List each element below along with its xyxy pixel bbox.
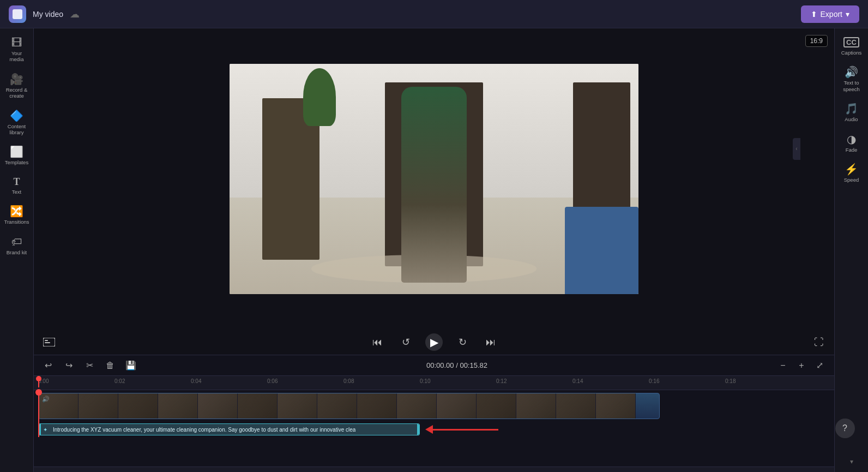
video-thumb-3 (118, 393, 158, 419)
zoom-out-button[interactable]: − (775, 358, 791, 373)
video-thumb-6 (238, 393, 278, 419)
video-thumb-4 (158, 393, 198, 419)
video-thumb-5 (198, 393, 238, 419)
sidebar-item-record-create[interactable]: 🎥 Record & create (2, 69, 32, 104)
zoom-controls: − + ⤢ (775, 358, 828, 373)
right-sidebar-item-text-to-speech[interactable]: 🔊 Text to speech (837, 62, 866, 97)
timeline-area: ↩ ↪ ✂ 🗑 💾 00:00.00 / 00:15.82 − + ⤢ (34, 355, 834, 472)
timeline-ruler: 0:00 0:02 0:04 0:06 0:08 0:10 0:12 0:14 … (34, 376, 834, 390)
player-controls: ⏮ ↺ ▶ ↻ ⏭ ⛶ (34, 330, 834, 355)
sidebar-item-your-media[interactable]: 🎞 Your media (2, 33, 32, 67)
right-sidebar-item-speed[interactable]: ⚡ Speed (837, 159, 866, 187)
captions-icon: CC (843, 37, 859, 47)
fade-icon: ◑ (847, 134, 856, 145)
video-thumbnails (39, 393, 636, 419)
timeline-scrollbar[interactable] (34, 467, 834, 472)
caption-ai-icon: ✦ (43, 427, 47, 433)
playhead (38, 392, 39, 437)
delete-button[interactable]: 🗑 (103, 358, 118, 373)
right-sidebar-item-captions[interactable]: CC Captions (837, 33, 866, 60)
caption-track-row: ✦ Introducing the XYZ vacuum cleaner, yo… (34, 422, 834, 437)
caption-track-right-handle[interactable] (417, 424, 419, 435)
video-thumb-7 (278, 393, 317, 419)
project-name[interactable]: My video (33, 10, 63, 19)
video-thumb-15 (596, 393, 636, 419)
video-thumb-9 (357, 393, 397, 419)
topbar: My video ☁ ⬆ Export ▾ (0, 0, 868, 28)
skip-back-button[interactable]: ⏮ (369, 333, 386, 351)
rewind-button[interactable]: ↺ (397, 333, 414, 351)
timeline-time-display: 00:00.00 / 00:15.82 (426, 361, 487, 369)
main-layout: 🎞 Your media 🎥 Record & create 🔷 Content… (0, 28, 868, 472)
topbar-right: ⬆ Export ▾ (801, 5, 859, 23)
tracks-wrapper: 🔊 (34, 392, 834, 437)
right-panel-expand-chevron[interactable]: ▾ (848, 456, 855, 468)
right-sidebar-item-audio[interactable]: 🎵 Audio (837, 99, 866, 127)
svg-rect-1 (45, 340, 48, 341)
video-thumb-13 (516, 393, 556, 419)
help-button[interactable]: ? (835, 419, 855, 438)
video-thumb-8 (317, 393, 357, 419)
cloud-icon[interactable]: ☁ (70, 8, 80, 20)
right-sidebar-item-fade[interactable]: ◑ Fade (837, 129, 866, 157)
content-library-icon: 🔷 (10, 110, 23, 121)
timeline-content: 0:00 0:02 0:04 0:06 0:08 0:10 0:12 0:14 … (34, 376, 834, 467)
templates-icon: ⬜ (10, 146, 23, 157)
sidebar-item-content-library[interactable]: 🔷 Content library (2, 106, 32, 140)
play-button[interactable]: ▶ (425, 333, 443, 351)
transitions-icon: 🔀 (10, 206, 23, 217)
preview-area: 16:9 ‹ (34, 28, 834, 330)
sidebar-item-templates[interactable]: ⬜ Templates (2, 142, 32, 170)
svg-rect-2 (45, 342, 50, 343)
skip-forward-button[interactable]: ⏭ (482, 333, 499, 351)
export-upload-icon: ⬆ (811, 10, 817, 19)
speed-icon: ⚡ (845, 164, 858, 175)
video-thumb-2 (79, 393, 118, 419)
redo-button[interactable]: ↪ (61, 358, 76, 373)
undo-button[interactable]: ↩ (40, 358, 56, 373)
export-button[interactable]: ⬆ Export ▾ (801, 5, 859, 23)
sidebar-item-text[interactable]: T Text (2, 172, 32, 199)
audio-icon: 🎵 (845, 103, 858, 114)
aspect-ratio-badge[interactable]: 16:9 (805, 35, 828, 47)
topbar-left: My video ☁ (9, 5, 80, 23)
captions-toggle-button[interactable] (40, 333, 58, 351)
video-track-row: 🔊 (34, 392, 834, 420)
fullscreen-button[interactable]: ⛶ (810, 333, 828, 351)
ruler-inner: 0:00 0:02 0:04 0:06 0:08 0:10 0:12 0:14 … (34, 376, 797, 387)
save-button[interactable]: 💾 (123, 358, 138, 373)
center-area: 16:9 ‹ ⏮ (34, 28, 834, 472)
caption-text: Introducing the XYZ vacuum cleaner, your… (53, 427, 355, 433)
arrow-head (425, 425, 433, 434)
fast-forward-button[interactable]: ↻ (454, 333, 471, 351)
text-to-speech-icon: 🔊 (845, 67, 858, 77)
brand-kit-icon: 🏷 (11, 236, 22, 247)
timeline-toolbar: ↩ ↪ ✂ 🗑 💾 00:00.00 / 00:15.82 − + ⤢ (34, 355, 834, 376)
video-track[interactable]: 🔊 (38, 393, 660, 419)
caption-track[interactable]: ✦ Introducing the XYZ vacuum cleaner, yo… (38, 423, 420, 435)
arrow-line (433, 429, 498, 431)
video-preview (230, 64, 638, 294)
room-scene (230, 64, 638, 294)
record-icon: 🎥 (10, 74, 23, 85)
text-icon: T (13, 177, 20, 187)
left-sidebar: 🎞 Your media 🎥 Record & create 🔷 Content… (0, 28, 34, 472)
video-thumb-14 (556, 393, 596, 419)
zoom-in-button[interactable]: + (794, 358, 809, 373)
video-thumb-12 (477, 393, 516, 419)
arrow-indicator (425, 425, 834, 434)
your-media-icon: 🎞 (11, 37, 22, 48)
app-logo (9, 5, 26, 23)
sidebar-item-brand-kit[interactable]: 🏷 Brand kit (2, 232, 32, 260)
export-chevron-icon: ▾ (846, 10, 849, 19)
sidebar-item-transitions[interactable]: 🔀 Transitions (2, 201, 32, 229)
track-volume-icon: 🔊 (42, 396, 50, 403)
cut-button[interactable]: ✂ (82, 358, 97, 373)
right-panel-collapse[interactable]: ‹ (793, 138, 800, 160)
timeline-tracks[interactable]: 0:00 0:02 0:04 0:06 0:08 0:10 0:12 0:14 … (34, 376, 834, 467)
right-sidebar: CC Captions 🔊 Text to speech 🎵 Audio ◑ F… (834, 28, 868, 472)
video-thumb-10 (397, 393, 437, 419)
fit-button[interactable]: ⤢ (812, 358, 828, 373)
video-thumb-11 (437, 393, 477, 419)
